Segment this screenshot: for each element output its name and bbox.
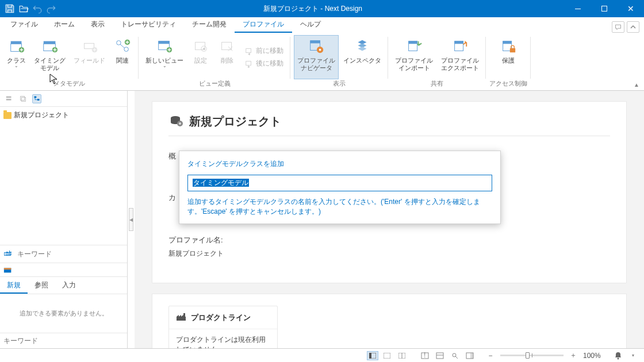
folder-icon — [3, 112, 12, 119]
notification-icon[interactable] — [612, 351, 624, 361]
window-title: 新規プロジェクト - Next Design — [61, 4, 565, 14]
menu-view[interactable]: 表示 — [83, 17, 113, 33]
productline-card: プロダクトライン プロダクトラインは現在利用していません。 — [168, 306, 278, 348]
svg-rect-33 — [21, 96, 25, 100]
class-icon — [7, 37, 26, 56]
zoom-slider[interactable] — [500, 355, 564, 356]
svg-point-9 — [124, 47, 129, 52]
svg-rect-40 — [4, 268, 11, 269]
maximize-button[interactable] — [591, 0, 618, 17]
protect-button[interactable]: 保護 — [496, 35, 521, 79]
svg-text:ab: ab — [6, 250, 12, 256]
close-button[interactable]: ✕ — [618, 0, 644, 17]
svg-point-43 — [179, 122, 181, 125]
tab-new[interactable]: 新規 — [0, 277, 28, 294]
sidebar-mid-tab[interactable] — [0, 263, 127, 276]
svg-rect-32 — [6, 99, 12, 101]
tree-item-root[interactable]: 新規プロジェクト — [1, 109, 126, 121]
collapse-ribbon-icon[interactable]: ▲ — [634, 82, 639, 88]
profile-name-value: 新規プロジェクト — [168, 249, 610, 259]
sidebar-panel-tabs: 新規 参照 入力 — [0, 276, 127, 294]
properties-panel-icon[interactable] — [463, 351, 476, 361]
window-controls: ✕ — [565, 0, 644, 17]
svg-text:!: ! — [424, 352, 425, 359]
sidebar-search-input[interactable] — [15, 248, 125, 260]
sidebar-tree[interactable]: 新規プロジェクト — [0, 107, 127, 245]
expand-ribbon-icon[interactable] — [627, 21, 639, 33]
sidebar-tab-tree-icon[interactable] — [5, 94, 14, 103]
svg-line-56 — [455, 356, 458, 359]
field-button: フィールド — [70, 35, 109, 79]
zoom-in-button[interactable]: ＋ — [567, 351, 580, 361]
svg-rect-47 — [369, 353, 371, 359]
delete-icon — [218, 37, 236, 56]
profile-export-button[interactable]: プロファイル エクスポート — [438, 35, 482, 79]
svg-rect-45 — [183, 313, 185, 317]
popup-title: タイミングモデルクラスを追加 — [187, 159, 492, 169]
menu-profile[interactable]: プロファイル — [235, 17, 292, 33]
minimize-button[interactable] — [565, 0, 591, 17]
open-icon[interactable] — [18, 3, 29, 14]
menu-help[interactable]: ヘルプ — [292, 17, 329, 33]
tab-input[interactable]: 入力 — [55, 277, 83, 294]
zoom-out-button[interactable]: − — [484, 351, 497, 361]
sidebar-bottom-search-input[interactable] — [0, 333, 127, 348]
sidebar: 新規プロジェクト ab 新規 参照 入力 追加できる要素がありません。 — [0, 91, 128, 348]
layout-1-icon[interactable] — [367, 351, 378, 360]
svg-rect-0 — [10, 41, 21, 44]
menu-team[interactable]: チーム開発 — [184, 17, 235, 33]
undo-icon[interactable] — [32, 3, 43, 14]
sidebar-tab-hierarchy-icon[interactable] — [32, 94, 41, 103]
tab-reference[interactable]: 参照 — [28, 277, 55, 294]
profile-navigator-button[interactable]: プロファイル ナビゲータ — [294, 35, 339, 79]
productline-title: プロダクトライン — [191, 313, 251, 323]
profile-import-button[interactable]: プロファイル インポート — [392, 35, 436, 79]
keyword-icon: ab — [2, 249, 13, 259]
timing-model-icon — [41, 37, 59, 56]
redo-icon[interactable] — [46, 3, 56, 14]
panel-icon — [3, 266, 13, 274]
menu-home[interactable]: ホーム — [46, 17, 83, 33]
ribbon-group-metamodel: クラス ⌄ タイミング モデル フィールド 関連 メタモデル — [0, 33, 139, 90]
splitter[interactable]: ◀ — [128, 91, 135, 348]
svg-rect-12 — [159, 41, 170, 44]
svg-rect-44 — [177, 317, 186, 321]
productline-body: プロダクトラインは現在利用していません。 — [169, 329, 277, 348]
svg-rect-21 — [310, 41, 320, 44]
sidebar-tab-copy-icon[interactable] — [18, 94, 28, 103]
new-view-button[interactable]: 新しいビュー ⌄ — [142, 35, 187, 79]
page-title: 新規プロジェクト — [189, 114, 281, 129]
move-next-icon — [244, 59, 254, 68]
timing-model-button[interactable]: タイミング モデル — [30, 35, 69, 79]
menu-file[interactable]: ファイル — [2, 17, 46, 33]
project-icon — [168, 113, 183, 130]
titlebar: 新規プロジェクト - Next Design ✕ — [0, 0, 644, 17]
save-icon[interactable] — [5, 3, 15, 14]
error-panel-icon[interactable]: ! — [419, 351, 431, 361]
lock-icon — [499, 37, 518, 56]
svg-point-16 — [203, 48, 205, 50]
search-panel-icon[interactable] — [448, 351, 461, 361]
move-prev-button: 前に移動 — [241, 45, 287, 57]
class-name-input[interactable]: タイミングモデル — [187, 175, 492, 191]
sidebar-search: ab — [0, 245, 127, 263]
class-button[interactable]: クラス ⌄ — [3, 35, 29, 79]
group-label-viewdef: ビュー定義 — [199, 79, 231, 89]
profile-name-label: プロファイル名: — [168, 235, 610, 245]
svg-rect-35 — [34, 96, 37, 98]
statusbar: ! − ＋ 100% ▾ — [0, 348, 644, 362]
chevron-down-icon[interactable]: ▾ — [627, 351, 639, 361]
output-panel-icon[interactable] — [434, 351, 446, 361]
ribbon-group-viewdef: 新しいビュー ⌄ 設定 削除 前に移動 後に移動 ビュー定義 — [139, 33, 290, 90]
layout-3-icon[interactable] — [396, 351, 408, 361]
inspector-button[interactable]: インスペクタ — [340, 35, 385, 79]
settings-button: 設定 — [188, 35, 213, 79]
menu-traceability[interactable]: トレーサビリティ — [113, 17, 184, 33]
layout-2-icon[interactable] — [381, 351, 393, 361]
association-button[interactable]: 関連 — [110, 35, 135, 79]
feedback-icon[interactable] — [612, 21, 624, 33]
gear-icon — [191, 37, 210, 56]
factory-icon — [176, 312, 186, 323]
tree-item-label: 新規プロジェクト — [14, 110, 69, 120]
ribbon-group-access: 保護 アクセス制御 — [486, 33, 531, 90]
